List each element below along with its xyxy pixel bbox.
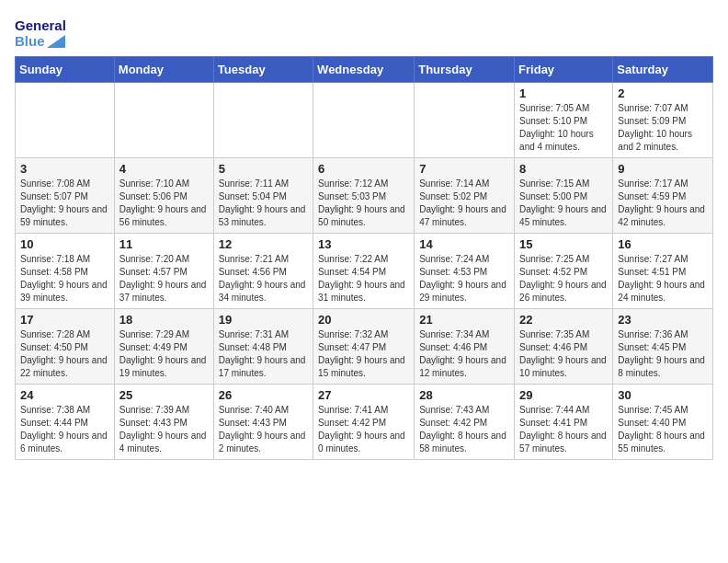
calendar-week-row: 10Sunrise: 7:18 AM Sunset: 4:58 PM Dayli…: [16, 234, 713, 309]
calendar-cell: 29Sunrise: 7:44 AM Sunset: 4:41 PM Dayli…: [515, 385, 613, 460]
calendar-table: SundayMondayTuesdayWednesdayThursdayFrid…: [15, 56, 713, 460]
day-number: 11: [119, 237, 209, 251]
logo: General Blue: [15, 18, 66, 49]
day-header-saturday: Saturday: [613, 57, 713, 83]
svg-marker-0: [47, 35, 65, 48]
day-info: Sunrise: 7:38 AM Sunset: 4:44 PM Dayligh…: [20, 404, 109, 455]
day-number: 1: [519, 86, 608, 100]
day-number: 18: [119, 313, 209, 327]
day-header-sunday: Sunday: [16, 57, 115, 83]
day-info: Sunrise: 7:27 AM Sunset: 4:51 PM Dayligh…: [618, 253, 708, 304]
calendar-cell: 7Sunrise: 7:14 AM Sunset: 5:02 PM Daylig…: [415, 158, 515, 234]
calendar-cell: 22Sunrise: 7:35 AM Sunset: 4:46 PM Dayli…: [515, 309, 613, 385]
day-number: 30: [618, 388, 708, 402]
calendar-cell: 30Sunrise: 7:45 AM Sunset: 4:40 PM Dayli…: [613, 385, 713, 460]
day-number: 9: [618, 162, 708, 176]
calendar-cell: 3Sunrise: 7:08 AM Sunset: 5:07 PM Daylig…: [16, 158, 115, 234]
day-info: Sunrise: 7:39 AM Sunset: 4:43 PM Dayligh…: [119, 404, 209, 455]
day-info: Sunrise: 7:20 AM Sunset: 4:57 PM Dayligh…: [119, 253, 209, 304]
calendar-cell: [313, 83, 415, 158]
day-info: Sunrise: 7:21 AM Sunset: 4:56 PM Dayligh…: [219, 253, 308, 304]
calendar-week-row: 24Sunrise: 7:38 AM Sunset: 4:44 PM Dayli…: [16, 385, 713, 460]
day-header-friday: Friday: [515, 57, 613, 83]
calendar-cell: [16, 83, 115, 158]
day-info: Sunrise: 7:29 AM Sunset: 4:49 PM Dayligh…: [119, 328, 209, 380]
day-number: 19: [219, 313, 308, 327]
day-info: Sunrise: 7:43 AM Sunset: 4:42 PM Dayligh…: [419, 404, 509, 455]
calendar-cell: 5Sunrise: 7:11 AM Sunset: 5:04 PM Daylig…: [213, 158, 313, 234]
calendar-cell: 21Sunrise: 7:34 AM Sunset: 4:46 PM Dayli…: [415, 309, 515, 385]
day-number: 20: [318, 313, 409, 327]
day-number: 5: [219, 162, 308, 176]
day-info: Sunrise: 7:14 AM Sunset: 5:02 PM Dayligh…: [419, 178, 509, 229]
calendar-header-row: SundayMondayTuesdayWednesdayThursdayFrid…: [16, 57, 713, 83]
day-number: 8: [519, 162, 608, 176]
day-number: 2: [618, 86, 708, 100]
calendar-cell: 11Sunrise: 7:20 AM Sunset: 4:57 PM Dayli…: [114, 234, 213, 309]
day-number: 25: [119, 388, 209, 402]
calendar-cell: 24Sunrise: 7:38 AM Sunset: 4:44 PM Dayli…: [16, 385, 115, 460]
day-number: 29: [519, 388, 608, 402]
day-number: 23: [618, 313, 708, 327]
day-info: Sunrise: 7:25 AM Sunset: 4:52 PM Dayligh…: [519, 253, 608, 304]
day-number: 27: [318, 388, 409, 402]
day-number: 21: [419, 313, 509, 327]
calendar-cell: 4Sunrise: 7:10 AM Sunset: 5:06 PM Daylig…: [114, 158, 213, 234]
calendar-cell: 26Sunrise: 7:40 AM Sunset: 4:43 PM Dayli…: [213, 385, 313, 460]
day-header-thursday: Thursday: [415, 57, 515, 83]
day-number: 16: [618, 237, 708, 251]
calendar-cell: 16Sunrise: 7:27 AM Sunset: 4:51 PM Dayli…: [613, 234, 713, 309]
calendar-cell: 23Sunrise: 7:36 AM Sunset: 4:45 PM Dayli…: [613, 309, 713, 385]
day-info: Sunrise: 7:05 AM Sunset: 5:10 PM Dayligh…: [519, 102, 608, 154]
calendar-cell: 25Sunrise: 7:39 AM Sunset: 4:43 PM Dayli…: [114, 385, 213, 460]
day-number: 28: [419, 388, 509, 402]
calendar-cell: 28Sunrise: 7:43 AM Sunset: 4:42 PM Dayli…: [415, 385, 515, 460]
calendar-cell: [114, 83, 213, 158]
day-number: 10: [20, 237, 109, 251]
day-number: 7: [419, 162, 509, 176]
day-header-monday: Monday: [114, 57, 213, 83]
calendar-cell: 1Sunrise: 7:05 AM Sunset: 5:10 PM Daylig…: [515, 83, 613, 158]
day-info: Sunrise: 7:41 AM Sunset: 4:42 PM Dayligh…: [318, 404, 409, 455]
day-number: 26: [219, 388, 308, 402]
calendar-cell: 12Sunrise: 7:21 AM Sunset: 4:56 PM Dayli…: [213, 234, 313, 309]
day-info: Sunrise: 7:07 AM Sunset: 5:09 PM Dayligh…: [618, 102, 708, 154]
day-info: Sunrise: 7:12 AM Sunset: 5:03 PM Dayligh…: [318, 178, 409, 229]
day-info: Sunrise: 7:31 AM Sunset: 4:48 PM Dayligh…: [219, 328, 308, 380]
day-number: 15: [519, 237, 608, 251]
calendar-cell: 14Sunrise: 7:24 AM Sunset: 4:53 PM Dayli…: [415, 234, 515, 309]
day-number: 3: [20, 162, 109, 176]
day-info: Sunrise: 7:44 AM Sunset: 4:41 PM Dayligh…: [519, 404, 608, 455]
day-header-wednesday: Wednesday: [313, 57, 415, 83]
day-number: 17: [20, 313, 109, 327]
logo-general: General: [15, 18, 66, 34]
day-info: Sunrise: 7:08 AM Sunset: 5:07 PM Dayligh…: [20, 178, 109, 229]
day-info: Sunrise: 7:11 AM Sunset: 5:04 PM Dayligh…: [219, 178, 308, 229]
calendar-cell: [415, 83, 515, 158]
day-info: Sunrise: 7:17 AM Sunset: 4:59 PM Dayligh…: [618, 178, 708, 229]
calendar-cell: 8Sunrise: 7:15 AM Sunset: 5:00 PM Daylig…: [515, 158, 613, 234]
day-info: Sunrise: 7:10 AM Sunset: 5:06 PM Dayligh…: [119, 178, 209, 229]
day-header-tuesday: Tuesday: [213, 57, 313, 83]
day-info: Sunrise: 7:28 AM Sunset: 4:50 PM Dayligh…: [20, 328, 109, 380]
calendar-week-row: 1Sunrise: 7:05 AM Sunset: 5:10 PM Daylig…: [16, 83, 713, 158]
calendar-cell: [213, 83, 313, 158]
day-info: Sunrise: 7:18 AM Sunset: 4:58 PM Dayligh…: [20, 253, 109, 304]
day-number: 24: [20, 388, 109, 402]
logo-arrow-icon: [47, 35, 65, 48]
calendar-week-row: 17Sunrise: 7:28 AM Sunset: 4:50 PM Dayli…: [16, 309, 713, 385]
day-info: Sunrise: 7:35 AM Sunset: 4:46 PM Dayligh…: [519, 328, 608, 380]
day-info: Sunrise: 7:36 AM Sunset: 4:45 PM Dayligh…: [618, 328, 708, 380]
day-info: Sunrise: 7:15 AM Sunset: 5:00 PM Dayligh…: [519, 178, 608, 229]
day-info: Sunrise: 7:34 AM Sunset: 4:46 PM Dayligh…: [419, 328, 509, 380]
calendar-cell: 17Sunrise: 7:28 AM Sunset: 4:50 PM Dayli…: [16, 309, 115, 385]
calendar-cell: 20Sunrise: 7:32 AM Sunset: 4:47 PM Dayli…: [313, 309, 415, 385]
calendar-cell: 2Sunrise: 7:07 AM Sunset: 5:09 PM Daylig…: [613, 83, 713, 158]
calendar-cell: 18Sunrise: 7:29 AM Sunset: 4:49 PM Dayli…: [114, 309, 213, 385]
calendar-cell: 10Sunrise: 7:18 AM Sunset: 4:58 PM Dayli…: [16, 234, 115, 309]
calendar-week-row: 3Sunrise: 7:08 AM Sunset: 5:07 PM Daylig…: [16, 158, 713, 234]
day-number: 6: [318, 162, 409, 176]
day-number: 13: [318, 237, 409, 251]
day-info: Sunrise: 7:32 AM Sunset: 4:47 PM Dayligh…: [318, 328, 409, 380]
day-info: Sunrise: 7:40 AM Sunset: 4:43 PM Dayligh…: [219, 404, 308, 455]
